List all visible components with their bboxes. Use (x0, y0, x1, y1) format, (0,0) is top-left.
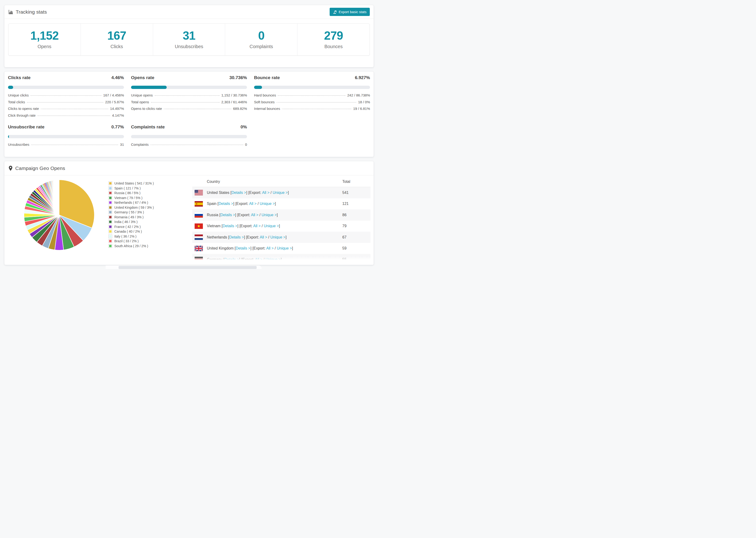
export-all-link[interactable]: All > (253, 224, 261, 228)
export-basic-stats-button[interactable]: Export basic stats (330, 8, 370, 16)
legend-swatch (108, 182, 112, 185)
legend-label: Netherlands ( 67 / 4% ) (114, 201, 148, 204)
country-cell: United States [Details >] [Export: All >… (207, 190, 342, 195)
dotted-leader (41, 109, 108, 109)
legend-swatch (108, 201, 112, 204)
dotted-leader (37, 116, 110, 116)
summary-stat-value: 167 (107, 30, 126, 41)
metric-value: 242 / 86.738% (347, 93, 370, 97)
country-cell: Russia [Details >] [Export: All > / Uniq… (207, 213, 342, 217)
metric-row: Internal bounces19 / 6.81% (254, 107, 370, 113)
tracking-stats-card: Tracking stats Export basic stats 1,152O… (4, 5, 374, 67)
dotted-leader (278, 95, 345, 96)
legend-label: India ( 46 / 3% ) (114, 220, 137, 224)
metric-value: 18 / 0% (358, 100, 370, 104)
legend-swatch-color (109, 201, 112, 204)
summary-stat-box: 0Complaints (225, 24, 297, 55)
metric-value: 167 / 4.456% (103, 93, 124, 97)
metric-value: 1,152 / 30.736% (221, 93, 247, 97)
progress-fill (8, 135, 9, 138)
details-link[interactable]: Details > (229, 235, 244, 239)
rate-panel-value: 4.46% (111, 75, 124, 80)
table-row: United Kingdom [Details >] [Export: All … (192, 243, 370, 254)
metric-list: Unsubscribes31 (8, 142, 124, 149)
dotted-leader (277, 102, 356, 103)
legend-swatch-color (109, 226, 112, 228)
summary-stat-value: 1,152 (30, 30, 58, 41)
details-link[interactable]: Details > (223, 224, 237, 228)
progress-fill (8, 86, 13, 89)
summary-stat-label: Unsubscribes (175, 44, 203, 49)
metric-label: Total clicks (8, 100, 25, 104)
legend-swatch-color (109, 197, 112, 199)
export-icon (333, 10, 337, 14)
legend-item: United Kingdom ( 59 / 3% ) (108, 205, 154, 210)
export-unique-link[interactable]: Unique > (277, 246, 292, 250)
rates-card: Clicks rate4.46%Unique clicks167 / 4.456… (4, 71, 374, 157)
dotted-leader (151, 102, 220, 103)
country-cell: United Kingdom [Details >] [Export: All … (207, 246, 342, 250)
country-flag-nl (195, 235, 203, 240)
legend-label: South Africa ( 29 / 2% ) (114, 244, 148, 248)
export-all-link[interactable]: All > (249, 202, 257, 206)
metric-row: Opens to clicks rate689.82% (131, 107, 247, 113)
rate-panel: Unsubscribe rate0.77%Unsubscribes31 (8, 121, 124, 149)
total-cell: 79 (342, 224, 370, 228)
rate-panel: Bounce rate6.927%Hard bounces242 / 86.73… (254, 72, 370, 120)
export-unique-link[interactable]: Unique > (273, 190, 288, 194)
details-link[interactable]: Details > (219, 202, 233, 206)
export-all-link[interactable]: All > (251, 213, 258, 217)
dotted-leader (150, 144, 243, 145)
campaign-geo-opens-card: Campaign Geo Opens United States ( 541 /… (4, 161, 374, 265)
rate-panel: Clicks rate4.46%Unique clicks167 / 4.456… (8, 72, 124, 120)
country-flag-ru (195, 212, 203, 218)
horizontal-scrollbar-thumb[interactable] (119, 266, 257, 269)
summary-stat-value: 279 (324, 30, 343, 41)
legend-swatch-color (109, 230, 112, 233)
export-unique-link[interactable]: Unique > (260, 202, 275, 206)
progress-fill (254, 86, 262, 89)
metric-list: Complaints0 (131, 142, 247, 149)
table-row: Spain [Details >] [Export: All > / Uniqu… (192, 198, 370, 210)
summary-stat-box: 167Clicks (81, 24, 153, 55)
details-link[interactable]: Details > (236, 246, 250, 250)
export-all-link[interactable]: All > (260, 235, 267, 239)
legend-swatch-color (109, 245, 112, 247)
export-all-link[interactable]: All > (266, 246, 274, 250)
rate-panel-header: Unsubscribe rate0.77% (8, 124, 124, 130)
metric-row: Unsubscribes31 (8, 142, 124, 149)
rate-panels-grid: Clicks rate4.46%Unique clicks167 / 4.456… (4, 72, 374, 149)
details-link[interactable]: Details > (220, 213, 235, 217)
total-cell: 67 (342, 235, 370, 240)
progress-track (8, 135, 124, 138)
summary-stat-box: 279Bounces (297, 24, 369, 55)
metric-label: Soft bounces (254, 100, 275, 104)
legend-label: United Kingdom ( 59 / 3% ) (114, 206, 154, 209)
metric-list: Unique opens1,152 / 30.736%Total opens2,… (131, 93, 247, 113)
map-pin-icon (8, 166, 13, 171)
legend-swatch-color (109, 182, 112, 185)
legend-swatch (108, 206, 112, 209)
export-all-link[interactable]: All > (262, 190, 270, 194)
details-link[interactable]: Details > (232, 190, 246, 194)
metric-label: Unique opens (131, 93, 153, 97)
export-unique-link[interactable]: Unique > (264, 224, 279, 228)
metric-value: 0 (245, 142, 247, 146)
metric-value: 4.147% (112, 113, 124, 117)
metric-value: 220 / 5.87% (105, 100, 124, 104)
summary-stat-value: 0 (258, 30, 264, 41)
rate-panel-title: Opens rate (131, 75, 154, 80)
metric-value: 2,303 / 61.446% (221, 100, 247, 104)
export-unique-link[interactable]: Unique > (270, 235, 286, 239)
metric-label: Opens to clicks rate (131, 107, 162, 111)
legend-item: India ( 46 / 3% ) (108, 219, 154, 224)
export-unique-link[interactable]: Unique > (261, 213, 277, 217)
summary-stat-value: 31 (183, 30, 195, 41)
legend-swatch (108, 210, 112, 214)
rate-panel-value: 30.736% (229, 75, 247, 80)
table-row: Russia [Details >] [Export: All > / Uniq… (192, 209, 370, 221)
rate-panel-value: 6.927% (355, 75, 370, 80)
rate-panel-title: Bounce rate (254, 75, 280, 80)
legend-swatch-color (109, 216, 112, 218)
rate-panel-header: Complaints rate0% (131, 124, 247, 130)
